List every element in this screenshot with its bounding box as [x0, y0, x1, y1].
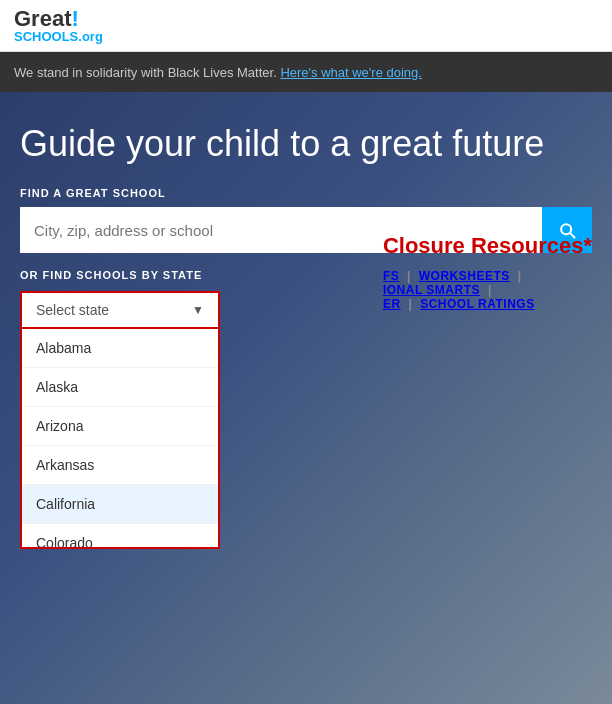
banner-link[interactable]: Here's what we're doing. [280, 65, 422, 80]
state-dropdown-list: Alabama Alaska Arizona Arkansas Californ… [20, 329, 220, 549]
list-item[interactable]: Alaska [22, 368, 218, 407]
list-item[interactable]: Arkansas [22, 446, 218, 485]
logo-great-text: Great! [14, 8, 103, 30]
separator: | [407, 269, 415, 283]
state-select-button[interactable]: Select state ▼ [20, 291, 220, 329]
state-select-label: Select state [36, 302, 109, 318]
solidarity-banner: We stand in solidarity with Black Lives … [0, 52, 612, 92]
list-item[interactable]: Alabama [22, 329, 218, 368]
separator: | [408, 297, 416, 311]
state-dropdown-wrapper: Select state ▼ Alabama Alaska Arizona Ar… [20, 291, 220, 329]
logo-schools-text: SCHOOLS.org [14, 30, 103, 43]
right-panel: ENT Closure Resources* FS | WORKSHEETS |… [383, 212, 592, 311]
hero-heading: Guide your child to a great future [20, 122, 592, 165]
link-worksheets[interactable]: WORKSHEETS [419, 269, 510, 283]
list-item[interactable]: Colorado [22, 524, 218, 549]
link-fs[interactable]: FS [383, 269, 399, 283]
list-item-california[interactable]: California [22, 485, 218, 524]
header: Great! SCHOOLS.org [0, 0, 612, 52]
separator: | [518, 269, 522, 283]
closure-links: FS | WORKSHEETS | IONAL SMARTS | ER | SC… [383, 269, 592, 311]
link-smarts[interactable]: IONAL SMARTS [383, 283, 480, 297]
find-school-label: FIND A GREAT SCHOOL [20, 187, 592, 199]
closure-heading: Closure Resources* [383, 233, 592, 259]
chevron-down-icon: ▼ [192, 303, 204, 317]
panel-label: ENT [383, 212, 592, 227]
logo: Great! SCHOOLS.org [14, 8, 103, 43]
list-item[interactable]: Arizona [22, 407, 218, 446]
separator: | [488, 283, 492, 297]
hero-section: Guide your child to a great future FIND … [0, 92, 612, 704]
link-er[interactable]: ER [383, 297, 401, 311]
banner-text: We stand in solidarity with Black Lives … [14, 65, 277, 80]
link-school-ratings[interactable]: SCHOOL RATINGS [420, 297, 535, 311]
